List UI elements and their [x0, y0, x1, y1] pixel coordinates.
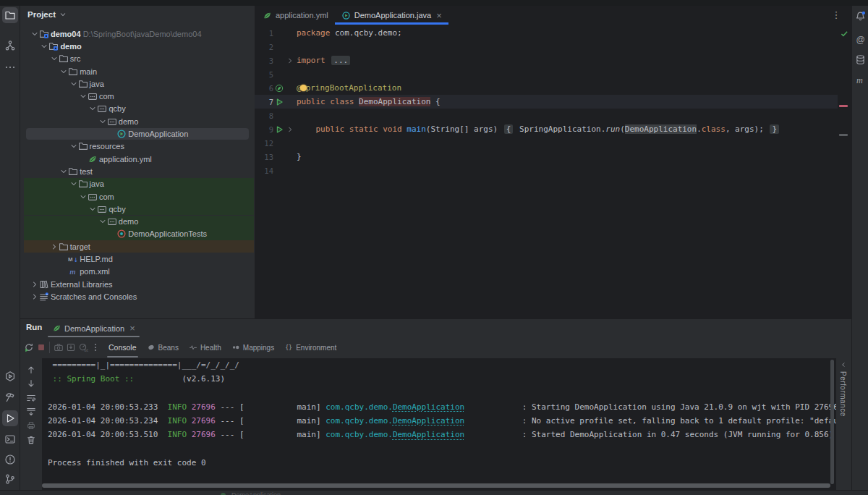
tree-item-application-yml[interactable]: application.yml — [20, 153, 255, 165]
close-tab-icon[interactable]: × — [436, 10, 442, 21]
chevron-down-icon[interactable] — [50, 54, 59, 63]
problems-icon[interactable] — [2, 452, 18, 468]
heap-dump-icon[interactable] — [64, 340, 77, 355]
error-stripe-mark[interactable] — [839, 134, 848, 136]
run-gutter-icon[interactable] — [273, 98, 285, 106]
rerun-icon[interactable] — [22, 340, 35, 355]
logger-link[interactable]: DemoApplication — [393, 416, 464, 426]
gc-icon[interactable]: GC — [77, 340, 89, 355]
tree-item-main[interactable]: main — [20, 65, 255, 77]
chevron-down-icon[interactable] — [59, 67, 68, 76]
close-tab-icon[interactable]: × — [129, 323, 135, 334]
chevron-right-icon[interactable] — [50, 242, 59, 251]
arrow-up-icon[interactable] — [25, 364, 37, 376]
build-hammer-icon[interactable] — [2, 389, 18, 405]
tree-item-java[interactable]: java — [20, 178, 255, 190]
editor-tab-application-yml[interactable]: application.yml — [256, 6, 335, 25]
chevron-down-icon[interactable] — [79, 192, 88, 201]
terminal-icon[interactable] — [2, 431, 18, 447]
view-tab-health[interactable]: Health — [186, 337, 224, 358]
tree-item-demo[interactable]: demo — [20, 216, 255, 228]
chevron-down-icon[interactable] — [59, 167, 68, 176]
project-panel-header[interactable]: Project — [27, 10, 67, 19]
tree-item-qcby[interactable]: qcby — [20, 103, 255, 115]
code-line-12[interactable]: 12 — [255, 136, 838, 150]
code-line-7[interactable]: 7public class DemoApplication { — [255, 95, 838, 109]
tree-item-com[interactable]: com — [20, 190, 255, 203]
tree-item-help-md[interactable]: M↓HELP.md — [20, 253, 255, 265]
run-gutter-icon[interactable] — [273, 125, 285, 134]
structure-icon[interactable] — [2, 38, 18, 54]
chevron-right-icon[interactable] — [30, 292, 39, 301]
vertical-scrollbar[interactable] — [830, 360, 834, 484]
horizontal-scrollbar[interactable] — [42, 483, 830, 488]
ai-at-icon[interactable]: @ — [854, 33, 867, 46]
chevron-down-icon[interactable] — [79, 92, 88, 101]
services-icon[interactable] — [2, 368, 18, 384]
soft-wrap-icon[interactable] — [25, 392, 37, 404]
error-stripe-mark[interactable] — [839, 105, 848, 107]
run-play-icon[interactable] — [2, 410, 18, 426]
tree-item-pom-xml[interactable]: mpom.xml — [20, 266, 255, 278]
chevron-down-icon[interactable] — [98, 117, 107, 126]
scroll-end-icon[interactable] — [25, 406, 37, 418]
printer-icon[interactable] — [25, 420, 37, 431]
chevron-down-icon[interactable] — [30, 30, 39, 38]
code-line-6[interactable]: 6@pringBootApplication — [255, 81, 838, 95]
tree-item-target[interactable]: target — [20, 240, 255, 253]
chevron-down-icon[interactable] — [69, 179, 78, 188]
chevron-down-icon[interactable] — [88, 104, 97, 113]
tree-item-com[interactable]: com — [20, 90, 255, 103]
code-line-1[interactable]: 1package com.qcby.demo; — [255, 26, 838, 40]
view-tab-mappings[interactable]: Mappings — [229, 337, 277, 358]
performance-side-tab[interactable]: Performance — [836, 358, 851, 491]
code-line-8[interactable]: 8 — [255, 109, 838, 122]
leaf-gutter-icon[interactable] — [273, 84, 285, 93]
code-line-14[interactable]: 14 — [255, 164, 838, 177]
tree-item-demoapplicationtests[interactable]: DemoApplicationTests — [20, 228, 255, 240]
logger-link[interactable]: DemoApplication — [393, 402, 464, 412]
tree-item-demo[interactable]: demo — [20, 115, 255, 127]
tree-item-demo04[interactable]: demo04 D:\SpringBoot\javaDemo\demo04 — [20, 28, 255, 40]
tree-item-qcby[interactable]: qcby — [20, 203, 255, 215]
fold-chevron-icon[interactable] — [285, 57, 295, 64]
kebab-icon[interactable] — [89, 340, 101, 355]
git-branch-icon[interactable] — [2, 471, 18, 487]
code-line-2[interactable]: 2 — [255, 40, 838, 54]
tree-item-src[interactable]: src — [20, 53, 255, 65]
inspections-ok-icon[interactable] — [840, 29, 849, 38]
tree-item-test[interactable]: test — [20, 165, 255, 177]
code-line-5[interactable]: 5 — [255, 67, 838, 81]
project-folder-icon[interactable] — [2, 7, 18, 23]
more-horizontal-icon[interactable] — [2, 59, 18, 75]
arrow-down-icon[interactable] — [25, 378, 37, 389]
run-tab-demoapplication[interactable]: DemoApplication× — [48, 319, 140, 337]
logger-link[interactable]: DemoApplication — [393, 430, 464, 439]
code-line-13[interactable]: 13} — [255, 150, 838, 164]
tree-item-scratches-and-consoles[interactable]: sScratches and Consoles — [20, 290, 255, 302]
trash-icon[interactable] — [25, 434, 37, 446]
code-line-9[interactable]: 9 public static void main(String[] args)… — [255, 122, 838, 136]
tree-item-resources[interactable]: resources — [20, 140, 255, 153]
camera-icon[interactable] — [52, 340, 64, 355]
chevron-down-icon[interactable] — [88, 205, 97, 213]
chevron-right-icon[interactable] — [30, 280, 39, 289]
editor-area[interactable]: application.ymlDemoApplication.java× ⋮ 1… — [255, 6, 851, 318]
tree-item-demo[interactable]: demo — [20, 40, 255, 52]
database-icon[interactable] — [854, 54, 867, 66]
view-tab-beans[interactable]: Beans — [144, 337, 182, 358]
stop-icon[interactable] — [35, 340, 47, 355]
tree-item-external-libraries[interactable]: External Libraries — [20, 278, 255, 290]
console-output[interactable]: =========|_|==============|___/=/_/_/_/ … — [42, 358, 836, 491]
code-line-3[interactable]: 3import ... — [255, 54, 838, 67]
chevron-down-icon[interactable] — [98, 217, 107, 226]
view-tab-environment[interactable]: {}Environment — [281, 337, 339, 358]
chevron-down-icon[interactable] — [40, 42, 48, 51]
chevron-down-icon[interactable] — [69, 80, 78, 88]
tree-item-demoapplication[interactable]: DemoApplication — [20, 127, 255, 140]
notifications-bell-icon[interactable] — [854, 10, 867, 22]
chevron-down-icon[interactable] — [69, 142, 78, 151]
fold-chevron-icon[interactable] — [285, 126, 295, 133]
tree-item-java[interactable]: java — [20, 77, 255, 90]
view-tab-console[interactable]: Console — [106, 337, 140, 358]
